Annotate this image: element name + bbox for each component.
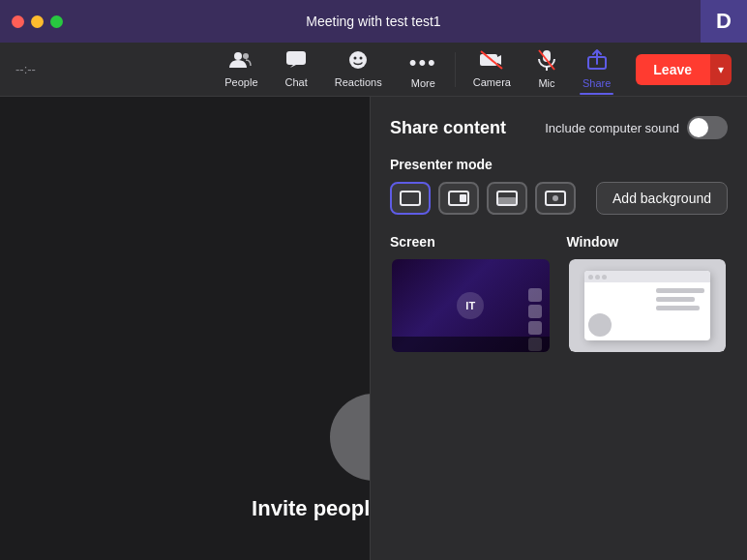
window-thumbnail[interactable]: [567, 257, 729, 354]
main-area: Invite people to join you Share content …: [0, 97, 747, 560]
sound-toggle-wrap: Include computer sound: [545, 116, 728, 139]
screen-preview: IT: [392, 259, 550, 352]
leave-button-group: Leave ▾: [636, 54, 732, 85]
more-icon: •••: [409, 50, 437, 75]
title-bar: Meeting with test test1 D: [0, 0, 747, 43]
mic-icon: [538, 49, 555, 75]
svg-point-3: [349, 51, 367, 69]
presenter-mode-btn-1[interactable]: [390, 182, 431, 215]
window-title: Meeting with test test1: [306, 14, 440, 29]
window-avatar: [588, 313, 612, 337]
window-line-1: [656, 288, 704, 293]
svg-point-4: [354, 57, 357, 60]
presenter-options: Add background: [390, 182, 728, 215]
toggle-knob: [689, 118, 708, 137]
toolbar-item-reactions[interactable]: Reactions: [321, 44, 396, 94]
camera-label: Camera: [473, 76, 511, 88]
chat-icon: [285, 50, 307, 74]
svg-point-1: [243, 53, 249, 59]
toolbar-item-mic[interactable]: Mic: [524, 44, 569, 95]
presenter-mode-label: Presenter mode: [390, 157, 728, 172]
more-label: More: [411, 77, 435, 89]
sound-label: Include computer sound: [545, 121, 679, 135]
toolbar-item-more[interactable]: ••• More: [396, 44, 451, 95]
presenter-mode-btn-4[interactable]: [535, 182, 576, 215]
window-dot-1: [588, 275, 593, 280]
toolbar-divider: [455, 52, 456, 87]
camera-icon: [480, 50, 503, 74]
share-label: Share: [583, 77, 611, 89]
dock-icon-2: [528, 305, 542, 318]
chat-label: Chat: [285, 76, 308, 88]
window-dot-3: [602, 275, 607, 280]
time-display: --:--: [15, 62, 54, 76]
maximize-button[interactable]: [50, 15, 63, 28]
app-logo: D: [701, 0, 747, 43]
presenter-mode-btn-3[interactable]: [487, 182, 527, 215]
svg-point-17: [553, 195, 558, 201]
share-options: Screen IT Window: [390, 234, 728, 354]
toolbar-item-camera[interactable]: Camera: [460, 44, 524, 94]
people-icon: [229, 50, 253, 74]
svg-point-0: [234, 52, 242, 60]
mic-label: Mic: [538, 77, 554, 89]
svg-point-5: [360, 57, 363, 60]
svg-rect-13: [460, 194, 466, 202]
share-panel-header: Share content Include computer sound: [390, 116, 728, 139]
window-label: Window: [567, 234, 729, 250]
window-line-3: [656, 306, 700, 310]
people-label: People: [224, 76, 257, 88]
dock-icon-1: [528, 288, 542, 302]
svg-rect-11: [401, 192, 420, 205]
toolbar-items: People Chat Reactions: [211, 44, 624, 95]
share-panel-title: Share content: [390, 118, 506, 138]
reactions-icon: [347, 50, 369, 74]
reactions-label: Reactions: [335, 76, 382, 88]
screen-center-badge: IT: [457, 292, 484, 319]
toolbar-item-people[interactable]: People: [211, 44, 271, 94]
leave-button[interactable]: Leave: [636, 54, 709, 85]
close-button[interactable]: [12, 15, 24, 28]
window-preview: [569, 259, 727, 352]
window-dot-2: [595, 275, 600, 280]
screen-option: Screen IT: [390, 234, 552, 354]
add-background-button[interactable]: Add background: [596, 182, 728, 215]
toolbar-item-chat[interactable]: Chat: [272, 44, 321, 94]
toolbar: --:-- People Chat: [0, 43, 747, 97]
share-panel: Share content Include computer sound Pre…: [370, 97, 747, 560]
sound-toggle[interactable]: [687, 116, 728, 139]
presenter-mode-btn-2[interactable]: [438, 182, 479, 215]
svg-rect-2: [286, 51, 306, 65]
traffic-lights: [12, 15, 63, 28]
leave-chevron-button[interactable]: ▾: [709, 54, 732, 85]
window-option: Window: [567, 234, 729, 354]
dock-icon-3: [528, 321, 542, 335]
window-preview-inner: [584, 271, 710, 340]
share-icon: [587, 49, 607, 75]
toolbar-item-share[interactable]: Share: [569, 44, 624, 95]
taskbar: [392, 337, 550, 352]
window-line-2: [656, 297, 695, 302]
svg-rect-15: [498, 197, 516, 204]
window-lines: [656, 288, 704, 310]
window-titlebar: [584, 271, 710, 282]
screen-thumbnail[interactable]: IT: [390, 257, 552, 354]
minimize-button[interactable]: [31, 15, 44, 28]
screen-label: Screen: [390, 234, 552, 250]
